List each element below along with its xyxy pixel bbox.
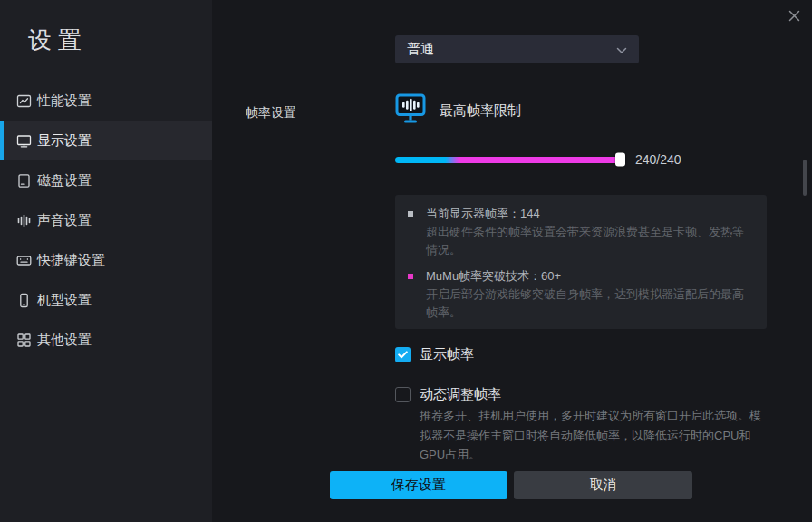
framerate-info-box: 当前显示器帧率：144 超出硬件条件的帧率设置会带来资源浪费甚至是卡顿、发热等情… — [395, 195, 767, 329]
show-fps-label: 显示帧率 — [420, 346, 474, 363]
sidebar-item-label: 其他设置 — [37, 332, 92, 349]
close-button[interactable] — [782, 5, 806, 29]
cancel-button[interactable]: 取消 — [514, 471, 692, 499]
slider-value: 240/240 — [635, 152, 682, 167]
keyboard-icon — [16, 253, 32, 268]
chevron-down-icon — [616, 42, 627, 57]
sidebar-item-label: 快捷键设置 — [37, 252, 105, 269]
framerate-monitor-icon — [395, 92, 426, 130]
save-settings-button[interactable]: 保存设置 — [330, 471, 508, 499]
checkbox-unchecked-icon[interactable] — [395, 387, 411, 402]
sidebar-item-label: 磁盘设置 — [37, 172, 92, 189]
phone-icon — [16, 293, 32, 308]
display-icon — [16, 133, 32, 149]
dynamic-fps-label: 动态调整帧率 — [420, 386, 501, 403]
grid-icon — [16, 333, 32, 348]
dynamic-fps-checkbox-row[interactable]: 动态调整帧率 — [395, 386, 501, 403]
sidebar-item-label: 性能设置 — [37, 92, 92, 110]
info-item-monitor-fps: 当前显示器帧率：144 超出硬件条件的帧率设置会带来资源浪费甚至是卡顿、发热等情… — [408, 205, 749, 259]
sidebar-item-label: 显示设置 — [37, 132, 92, 150]
sidebar-nav: 性能设置 显示设置 — [0, 81, 212, 360]
disk-icon — [16, 173, 32, 188]
page-title: 设置 — [28, 24, 88, 56]
settings-window: 设置 性能设置 显示设 — [0, 0, 812, 522]
sidebar-item-device[interactable]: 机型设置 — [0, 280, 212, 320]
sidebar: 设置 性能设置 显示设 — [0, 0, 212, 522]
info-title: MuMu帧率突破技术：60+ — [426, 267, 749, 285]
mode-dropdown-value: 普通 — [407, 41, 434, 58]
show-fps-checkbox-row[interactable]: 显示帧率 — [395, 346, 474, 363]
max-fps-row: 最高帧率限制 — [395, 92, 521, 130]
sound-icon — [16, 213, 32, 228]
info-desc: 开启后部分游戏能够突破自身帧率，达到模拟器适配后的最高帧率。 — [426, 285, 749, 322]
sidebar-item-disk[interactable]: 磁盘设置 — [0, 160, 212, 200]
info-item-mumu-boost: MuMu帧率突破技术：60+ 开启后部分游戏能够突破自身帧率，达到模拟器适配后的… — [408, 267, 749, 322]
vertical-scrollbar-thumb[interactable] — [803, 160, 807, 196]
action-buttons: 保存设置 取消 — [330, 471, 692, 499]
max-fps-slider: 240/240 — [395, 151, 682, 168]
framerate-settings-label: 帧率设置 — [246, 105, 296, 121]
mode-dropdown[interactable]: 普通 — [395, 35, 639, 63]
info-title: 当前显示器帧率：144 — [426, 205, 749, 223]
sidebar-item-label: 声音设置 — [37, 212, 92, 229]
sidebar-item-hotkeys[interactable]: 快捷键设置 — [0, 240, 212, 280]
sidebar-item-other[interactable]: 其他设置 — [0, 320, 212, 360]
info-desc: 超出硬件条件的帧率设置会带来资源浪费甚至是卡顿、发热等情况。 — [426, 223, 749, 259]
close-icon — [788, 9, 801, 25]
bullet-icon — [408, 274, 413, 279]
performance-icon — [16, 93, 32, 109]
sidebar-item-label: 机型设置 — [37, 292, 92, 309]
slider-handle[interactable] — [615, 153, 625, 167]
sidebar-item-sound[interactable]: 声音设置 — [0, 200, 212, 240]
bullet-icon — [408, 211, 413, 217]
checkbox-checked-icon[interactable] — [395, 347, 411, 362]
slider-track[interactable] — [395, 157, 624, 163]
max-fps-label: 最高帧率限制 — [440, 102, 521, 120]
sidebar-item-display[interactable]: 显示设置 — [0, 121, 212, 160]
sidebar-item-performance[interactable]: 性能设置 — [0, 81, 212, 121]
dynamic-fps-description: 推荐多开、挂机用户使用，多开时建议为所有窗口开启此选项。模拟器不是操作主窗口时将… — [420, 406, 768, 465]
